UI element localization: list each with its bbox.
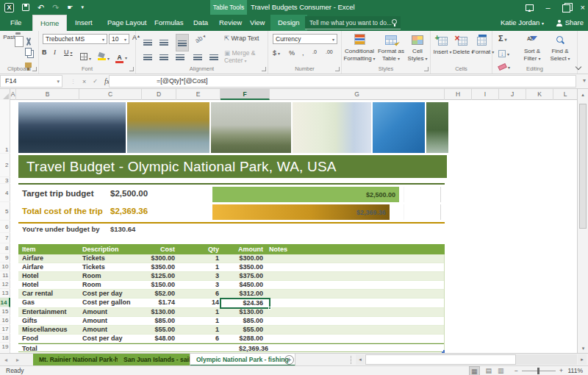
fill-button[interactable]: ↓: [498, 46, 509, 59]
heron-photo[interactable]: [211, 102, 291, 153]
target-budget-value[interactable]: $2,500.00: [110, 189, 148, 198]
horizontal-scrollbar[interactable]: [365, 354, 577, 365]
row-header[interactable]: 5: [0, 202, 10, 221]
row-header[interactable]: 15: [0, 307, 10, 316]
row-header[interactable]: 9: [0, 254, 10, 262]
save-icon[interactable]: [22, 4, 29, 11]
total-cost-databar-cell[interactable]: $2,369.36: [212, 204, 441, 220]
percent-style-button[interactable]: %: [289, 49, 295, 57]
wrap-text-button[interactable]: ⇱ Wrap Text: [224, 35, 259, 42]
column-header-e[interactable]: E: [176, 89, 220, 100]
column-header-h[interactable]: H: [445, 89, 472, 100]
scroll-up-icon[interactable]: ▴: [577, 89, 588, 100]
font-size-combo[interactable]: 10▾: [109, 34, 129, 44]
touch-mode-icon[interactable]: ☛: [67, 0, 73, 15]
decrease-indent-icon[interactable]: [193, 50, 202, 63]
sort-filter-button[interactable]: Sort & Filter: [519, 35, 545, 63]
table-row[interactable]: HotelRoom$150.003$450.00: [18, 281, 444, 290]
column-header-f-selected[interactable]: F: [220, 89, 270, 100]
align-left-icon[interactable]: [143, 50, 152, 63]
sheet-grid[interactable]: 1 2 3 4 5 6 7 8 9 10 11 12 13 14 15 16 1…: [0, 100, 577, 353]
align-right-icon[interactable]: [176, 50, 184, 63]
under-budget-label[interactable]: You're under budget by: [22, 225, 100, 233]
row-header[interactable]: 18: [0, 334, 10, 343]
bold-button[interactable]: B: [42, 49, 47, 56]
normal-view-icon[interactable]: ▦: [469, 366, 480, 375]
tab-formulas[interactable]: Formulas: [147, 15, 191, 31]
select-all-corner[interactable]: [0, 89, 10, 100]
autumn-river-fishing-photo[interactable]: [127, 102, 209, 153]
column-header-j[interactable]: J: [499, 89, 526, 100]
fill-handle[interactable]: [268, 307, 271, 310]
row-header[interactable]: 4: [0, 184, 10, 202]
page-layout-view-icon[interactable]: ▤: [486, 366, 492, 375]
scroll-down-icon[interactable]: ▾: [578, 343, 588, 353]
row-header-14-selected[interactable]: 14: [0, 298, 10, 307]
autosum-button[interactable]: Σ: [498, 34, 507, 43]
forest-creek-photo[interactable]: [426, 102, 448, 153]
selected-cell-f14[interactable]: $24.36: [220, 298, 270, 309]
comma-style-button[interactable]: ,: [302, 49, 304, 57]
table-row[interactable]: HotelRoom$125.003$375.00: [18, 272, 444, 281]
cell-styles-button[interactable]: Cell Styles: [406, 35, 429, 63]
top-align-icon[interactable]: [143, 35, 152, 49]
column-header-l[interactable]: L: [553, 89, 577, 100]
font-name-combo[interactable]: Trebuchet MS▾: [43, 34, 107, 44]
column-header-g[interactable]: G: [270, 89, 445, 100]
delete-cells-button[interactable]: Delete: [453, 35, 472, 56]
find-select-button[interactable]: Find & Select: [547, 35, 573, 63]
sheet-banner[interactable]: Travel Budget - Olympic National Park, W…: [18, 155, 447, 178]
sheet-nav-left-icon[interactable]: ◂: [4, 354, 7, 366]
underline-button[interactable]: U: [64, 49, 73, 56]
sheet-nav-right-icon[interactable]: ▸: [16, 354, 19, 366]
zoom-slider[interactable]: − +: [514, 366, 563, 375]
tab-design[interactable]: Design: [270, 15, 307, 31]
align-center-icon[interactable]: [159, 50, 168, 63]
column-header-a[interactable]: A: [10, 89, 16, 100]
page-break-view-icon[interactable]: ▥: [498, 366, 504, 375]
ribbon-display-options-icon[interactable]: [526, 4, 534, 11]
sheet-tab-olympic-active[interactable]: Olympic National Park - fishing: [190, 354, 295, 366]
olympic-map-photo[interactable]: [293, 102, 371, 153]
font-dialog-launcher[interactable]: [129, 67, 134, 71]
paste-button[interactable]: Paste: [3, 34, 22, 41]
row-header[interactable]: 17: [0, 325, 10, 334]
table-row[interactable]: AirfareTickets$300.001$300.00: [18, 254, 444, 263]
row-header[interactable]: 11: [0, 271, 10, 280]
decrease-decimal-button[interactable]: .00: [326, 49, 333, 54]
tab-insert[interactable]: Insert: [68, 15, 100, 31]
alignment-dialog-launcher[interactable]: [262, 67, 266, 71]
borders-button[interactable]: [80, 50, 91, 63]
vertical-scroll-thumb[interactable]: [579, 104, 587, 229]
tell-me-box[interactable]: Tell me what you want to do...: [305, 16, 401, 29]
table-total-row[interactable]: Total $2,369.36: [18, 343, 444, 353]
table-row[interactable]: FoodCost per day$48.006$288.00: [18, 335, 444, 343]
hscroll-left-icon[interactable]: ◂: [356, 354, 365, 365]
zoom-slider-thumb[interactable]: [537, 368, 539, 374]
conditional-formatting-button[interactable]: Conditional Formatting: [343, 34, 376, 63]
table-row[interactable]: MiscellaneousAmount$55.001$55.00: [18, 326, 444, 335]
italic-button[interactable]: I: [54, 49, 56, 56]
name-box[interactable]: F14▾: [0, 75, 62, 88]
table-header-row[interactable]: Item Description Cost Qty Amount Notes: [18, 244, 445, 254]
row-header[interactable]: 19: [0, 343, 10, 351]
format-cells-button[interactable]: Format: [472, 35, 491, 56]
table-row[interactable]: EntertainmentAmount$130.001$130.00: [18, 308, 444, 317]
horizontal-scroll-thumb[interactable]: [365, 354, 516, 365]
customize-qat-icon[interactable]: ▾: [82, 0, 85, 15]
formula-input[interactable]: =[@Qty]*[@Cost]: [109, 75, 576, 88]
restore-button[interactable]: [562, 4, 569, 11]
row-header[interactable]: 12: [0, 280, 10, 289]
close-button[interactable]: ×: [581, 0, 585, 15]
total-cost-value[interactable]: $2,369.36: [110, 207, 148, 215]
merge-center-button[interactable]: ▣ Merge & Center: [224, 49, 268, 64]
target-budget-label[interactable]: Target trip budget: [22, 189, 94, 198]
zoom-out-icon[interactable]: −: [514, 366, 518, 375]
accounting-format-button[interactable]: $: [273, 49, 280, 57]
row-header[interactable]: 10: [0, 262, 10, 271]
number-format-combo[interactable]: Currency▾: [273, 34, 337, 44]
column-header-d[interactable]: D: [142, 89, 176, 100]
format-as-table-button[interactable]: Format as Table: [377, 35, 405, 63]
row-header[interactable]: 6: [0, 221, 10, 233]
row-header[interactable]: 16: [0, 316, 10, 325]
